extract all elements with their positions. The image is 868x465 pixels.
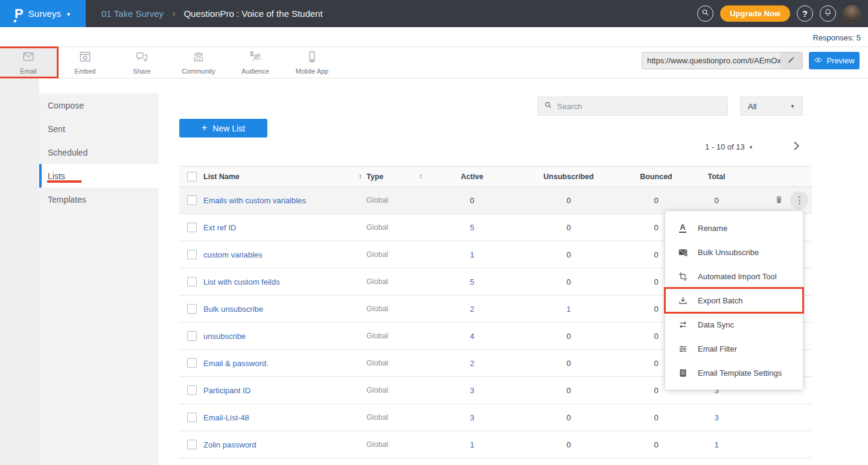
pagination-dropdown[interactable]: 1 - 10 of 13 ▾	[705, 142, 752, 151]
row-checkbox[interactable]	[187, 440, 197, 449]
list-name-link[interactable]: unsubscribe	[203, 332, 246, 341]
context-menu-item[interactable]: Automated Import Tool	[665, 264, 803, 288]
unsubscribed-count[interactable]: 0	[566, 440, 570, 449]
row-checkbox[interactable]	[187, 358, 197, 368]
toolbar-item[interactable]: Mobile App	[284, 48, 340, 77]
active-count[interactable]: 1	[470, 250, 474, 259]
list-filter-dropdown[interactable]: All ▼	[740, 96, 803, 116]
active-count[interactable]: 2	[470, 305, 474, 314]
row-checkbox[interactable]	[187, 277, 197, 286]
bounced-count[interactable]: 0	[654, 332, 658, 341]
next-page-button[interactable]	[790, 139, 804, 154]
row-checkbox[interactable]	[187, 413, 197, 422]
context-menu-item[interactable]: Export Batch	[665, 288, 803, 312]
list-name-link[interactable]: Bulk unsubscribe	[203, 305, 263, 314]
list-name-link[interactable]: List with custom feilds	[203, 277, 279, 286]
surveys-menu[interactable]: P Surveys ▼	[0, 0, 86, 27]
total-count[interactable]: 1	[714, 440, 718, 449]
sidebar-item[interactable]: Sent	[39, 117, 159, 141]
row-checkbox[interactable]	[187, 195, 197, 205]
row-checkbox[interactable]	[187, 304, 197, 314]
avatar[interactable]	[843, 5, 861, 23]
new-list-label: New List	[212, 124, 245, 133]
bounced-count[interactable]: 0	[654, 277, 658, 286]
row-checkbox[interactable]	[187, 223, 197, 232]
select-all-checkbox[interactable]	[187, 172, 197, 182]
new-list-button[interactable]: + New List	[179, 119, 267, 138]
unsubscribed-count[interactable]: 0	[566, 413, 570, 422]
bounced-count[interactable]: 0	[654, 196, 658, 205]
search-button[interactable]	[697, 5, 713, 22]
sidebar-item[interactable]: Scheduled	[39, 141, 159, 164]
unsubscribed-count[interactable]: 0	[566, 359, 570, 368]
total-count[interactable]: 3	[714, 413, 718, 422]
list-name-link[interactable]: Ext ref ID	[203, 223, 236, 232]
delete-list-button[interactable]	[772, 194, 785, 207]
help-button[interactable]: ?	[797, 5, 813, 22]
bounced-count[interactable]: 0	[654, 250, 658, 259]
list-name-link[interactable]: Participant ID	[203, 386, 251, 395]
unsubscribed-count[interactable]: 0	[566, 223, 570, 232]
row-checkbox[interactable]	[187, 250, 197, 259]
unsubscribed-count[interactable]: 0	[566, 277, 570, 286]
breadcrumb-survey-link[interactable]: 01 Take Survey	[101, 8, 164, 19]
bounced-count[interactable]: 0	[654, 440, 658, 449]
unsubscribed-count[interactable]: 0	[566, 196, 570, 205]
active-count[interactable]: 5	[470, 277, 474, 286]
sidebar-item[interactable]: Lists	[39, 164, 159, 188]
active-count[interactable]: 3	[470, 413, 474, 422]
active-count[interactable]: 5	[470, 223, 474, 232]
column-header-type[interactable]: Type	[366, 172, 415, 181]
bounced-count[interactable]: 0	[654, 305, 658, 314]
sort-icon[interactable]: ▲▼	[354, 174, 366, 180]
unsubscribed-count[interactable]: 0	[566, 250, 570, 259]
questionpro-logo: P	[14, 7, 24, 21]
toolbar-item[interactable]: Share	[113, 48, 170, 77]
active-count[interactable]: 0	[470, 196, 474, 205]
bounced-count[interactable]: 0	[654, 386, 658, 395]
svg-text:$: $	[250, 51, 254, 57]
notifications-button[interactable]	[820, 5, 836, 22]
toolbar-item[interactable]: $ Audience	[227, 48, 284, 77]
active-count[interactable]: 2	[470, 359, 474, 368]
bounced-count[interactable]: 0	[654, 413, 658, 422]
row-context-menu: A Rename Bulk Unsubscribe Automated Impo…	[665, 211, 803, 390]
context-menu-item[interactable]: A Rename	[665, 216, 803, 240]
list-name-link[interactable]: Email & password.	[203, 359, 269, 368]
row-checkbox[interactable]	[187, 385, 197, 395]
unsubscribed-count[interactable]: 0	[566, 332, 570, 341]
sort-icon[interactable]: ▲▼	[415, 174, 427, 180]
toolbar-item[interactable]: Embed	[57, 48, 113, 77]
sidebar-item[interactable]: Templates	[39, 188, 159, 211]
unsubscribed-count[interactable]: 1	[566, 305, 570, 314]
context-menu-item[interactable]: Email Filter	[665, 337, 803, 361]
list-name-link[interactable]: Email-List-48	[203, 413, 249, 422]
upgrade-now-button[interactable]: Upgrade Now	[720, 5, 790, 22]
toolbar-item[interactable]: Email	[0, 48, 57, 77]
toolbar-item[interactable]: Community	[170, 48, 227, 77]
list-type: Global	[366, 413, 415, 422]
context-menu-item[interactable]: Email Template Settings	[665, 361, 803, 385]
active-count[interactable]: 4	[470, 332, 474, 341]
unsubscribed-count[interactable]: 0	[566, 386, 570, 395]
context-menu-item[interactable]: Data Sync	[665, 312, 803, 337]
edit-url-button[interactable]	[780, 52, 802, 69]
sidebar-item[interactable]: Compose	[39, 93, 159, 117]
column-header-list-name[interactable]: List Name	[203, 172, 354, 181]
row-checkbox[interactable]	[187, 331, 197, 341]
list-type: Global	[366, 440, 415, 449]
survey-url-field[interactable]: https://www.questionpro.com/t/AEmOx2	[642, 52, 803, 69]
search-input[interactable]	[557, 102, 721, 111]
list-name-link[interactable]: Zolin password	[203, 440, 256, 449]
list-name-link[interactable]: Emails with custom varialbles	[203, 196, 306, 205]
context-menu-item[interactable]: Bulk Unsubscribe	[665, 240, 803, 264]
total-count[interactable]: 0	[714, 196, 718, 205]
row-more-options-button[interactable]	[790, 191, 808, 209]
bounced-count[interactable]: 0	[654, 223, 658, 232]
active-count[interactable]: 3	[470, 386, 474, 395]
bounced-count[interactable]: 0	[654, 359, 658, 368]
context-menu-item-label: Export Batch	[698, 296, 742, 305]
list-name-link[interactable]: custom variables	[203, 250, 263, 259]
active-count[interactable]: 1	[470, 440, 474, 449]
preview-button[interactable]: Preview	[809, 52, 860, 69]
